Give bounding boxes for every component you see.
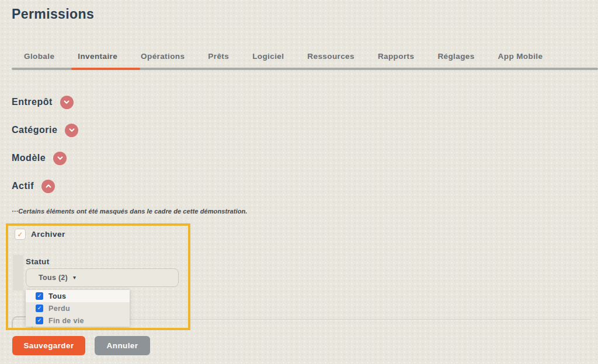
section-entrepot[interactable]: Entrepôt [12, 95, 74, 109]
section-label: Catégorie [12, 125, 57, 135]
statut-label: Statut [26, 257, 50, 266]
section-actif[interactable]: Actif [12, 179, 55, 193]
section-categorie[interactable]: Catégorie [12, 123, 78, 137]
section-modele[interactable]: Modèle [12, 151, 67, 165]
active-tab-underline [71, 68, 140, 70]
tab-ressources[interactable]: Ressources [307, 52, 354, 61]
checkbox-checked-icon[interactable]: ✓ [36, 292, 43, 300]
statut-select[interactable]: Tous (2) ▾ [26, 268, 179, 287]
permissions-page: Permissions Globale Inventaire Opération… [0, 0, 598, 364]
save-button[interactable]: Sauvegarder [12, 336, 85, 355]
checkbox-checked-icon[interactable]: ✓ [36, 304, 43, 312]
option-label: Perdu [48, 304, 70, 313]
chevron-down-icon[interactable] [60, 96, 74, 109]
masked-element-strip [13, 255, 23, 290]
tab-reglages[interactable]: Réglages [437, 52, 474, 61]
option-label: Tous [48, 292, 66, 300]
statut-dropdown-menu: ✓ Tous ✓ Perdu ✓ Fin de vie [26, 290, 130, 327]
check-icon: ✓ [17, 231, 23, 238]
demo-masked-note: ···Certains éléments ont été masqués dan… [12, 208, 248, 215]
chevron-down-icon[interactable] [65, 124, 78, 137]
tab-globale[interactable]: Globale [24, 52, 54, 61]
statut-option-fin-de-vie[interactable]: ✓ Fin de vie [26, 314, 130, 327]
tab-rapports[interactable]: Rapports [378, 52, 414, 61]
tab-app-mobile[interactable]: App Mobile [498, 52, 543, 61]
option-label: Fin de vie [48, 317, 84, 325]
statut-option-tous[interactable]: ✓ Tous [26, 290, 130, 302]
tab-bar: Globale Inventaire Opérations Prêts Logi… [24, 52, 543, 61]
tab-logiciel[interactable]: Logiciel [252, 52, 284, 61]
page-title: Permissions [12, 6, 94, 22]
section-label: Entrepôt [12, 97, 53, 107]
section-label: Actif [12, 181, 34, 191]
chevron-down-icon[interactable] [53, 152, 67, 165]
checkbox-checked-icon[interactable]: ✓ [36, 317, 43, 324]
statut-selected-value: Tous (2) [39, 274, 68, 282]
caret-down-icon: ▾ [73, 275, 76, 281]
tab-inventaire[interactable]: Inventaire [78, 52, 117, 61]
archiver-label: Archiver [31, 230, 65, 239]
section-label: Modèle [12, 153, 46, 163]
statut-option-perdu[interactable]: ✓ Perdu [26, 302, 130, 314]
archiver-checkbox[interactable]: ✓ [15, 229, 26, 240]
cancel-button[interactable]: Annuler [95, 336, 150, 355]
tab-operations[interactable]: Opérations [141, 52, 185, 61]
tab-prets[interactable]: Prêts [208, 52, 229, 61]
chevron-up-icon[interactable] [41, 180, 55, 193]
